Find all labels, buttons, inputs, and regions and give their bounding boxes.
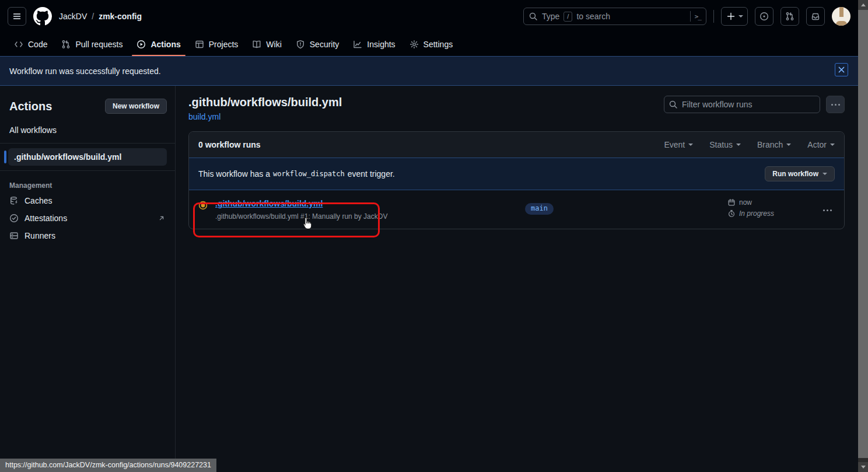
tab-label: Projects (209, 40, 239, 49)
branch-badge[interactable]: main (525, 203, 554, 215)
search-icon (528, 12, 538, 21)
triangle-up-icon (861, 4, 866, 6)
sidebar-divider (0, 170, 175, 171)
filter-row (664, 96, 845, 113)
filter-branch-dropdown[interactable]: Branch (757, 140, 791, 149)
code-icon (14, 40, 23, 49)
issues-button[interactable] (755, 7, 774, 26)
breadcrumb-separator: / (92, 12, 94, 21)
slash-key-hint: / (564, 12, 572, 22)
notice-prefix: This workflow has a (198, 169, 270, 179)
run-title-link[interactable]: .github/workflows/build.yml (215, 199, 387, 208)
pull-requests-button[interactable] (780, 7, 799, 26)
global-search-input[interactable]: Type / to search >_ (523, 8, 706, 25)
notice-suffix: event trigger. (348, 169, 395, 179)
hamburger-menu-button[interactable] (8, 7, 26, 26)
notifications-button[interactable] (806, 7, 825, 26)
chevron-down-icon (688, 144, 693, 146)
book-icon (252, 40, 261, 49)
chevron-down-icon (786, 144, 791, 146)
tab-label: Settings (424, 40, 453, 49)
workflow-dispatch-notice: This workflow has a workflow_dispatch ev… (189, 158, 844, 190)
hamburger-icon (12, 12, 22, 21)
sidebar-item-label: Attestations (24, 214, 152, 223)
run-workflow-button[interactable]: Run workflow (765, 166, 835, 181)
repo-nav: Code Pull requests Actions Projects Wiki… (0, 33, 858, 56)
runs-header: 0 workflow runs Event Status Branch Acto… (189, 132, 844, 158)
play-circle-icon (136, 40, 146, 49)
success-banner: Workflow run was successfully requested. (0, 56, 858, 86)
issue-opened-icon (760, 12, 769, 21)
run-status: In progress (739, 209, 774, 218)
chevron-down-icon (822, 173, 827, 175)
shield-icon (296, 40, 305, 49)
server-icon (9, 231, 19, 240)
tab-settings[interactable]: Settings (405, 33, 458, 56)
sidebar-item-label: Caches (24, 196, 166, 205)
projects-icon (195, 40, 204, 49)
run-meta: now In progress (727, 198, 774, 218)
sidebar-item-runners[interactable]: Runners (0, 227, 175, 244)
sidebar-divider (0, 143, 175, 144)
kebab-icon (835, 104, 836, 106)
run-time: now (739, 198, 752, 207)
tab-label: Security (310, 40, 340, 49)
workflow-run-row[interactable]: .github/workflows/build.yml .github/work… (189, 190, 844, 229)
scroll-up-button[interactable] (858, 0, 868, 10)
command-palette-icon[interactable]: >_ (695, 13, 701, 20)
tab-insights[interactable]: Insights (348, 33, 400, 56)
search-placeholder-pre: Type (542, 12, 559, 21)
banner-message: Workflow run was successfully requested. (9, 67, 161, 76)
filter-label: Branch (757, 140, 783, 149)
link-preview-statusbar: https://github.com/JackDV/zmk-config/act… (0, 459, 216, 472)
filter-event-dropdown[interactable]: Event (664, 140, 693, 149)
management-label: Management (0, 176, 175, 192)
user-avatar[interactable] (832, 7, 850, 26)
sidebar-item-label: Runners (24, 231, 166, 240)
sidebar-item-all-workflows[interactable]: All workflows (5, 122, 170, 138)
search-divider (690, 11, 691, 22)
create-new-button[interactable] (721, 7, 748, 26)
tab-wiki[interactable]: Wiki (247, 33, 286, 56)
tab-code[interactable]: Code (9, 33, 52, 56)
main-panel: .github/workflows/build.yml build.yml 0 … (176, 86, 858, 472)
sidebar-item-caches[interactable]: Caches (0, 192, 175, 209)
workflow-options-button[interactable] (826, 96, 845, 113)
tab-security[interactable]: Security (291, 33, 344, 56)
graph-icon (353, 40, 362, 49)
stopwatch-icon (727, 209, 736, 218)
github-logo-icon[interactable] (33, 7, 52, 26)
chevron-down-icon (830, 144, 835, 146)
sidebar-selected-wrap: .github/workflows/build.yml (0, 148, 175, 166)
sidebar-item-attestations[interactable]: Attestations (0, 209, 175, 227)
tab-label: Wiki (266, 40, 281, 49)
run-options-button[interactable] (820, 204, 835, 216)
filter-workflow-runs-input[interactable] (664, 96, 820, 113)
global-header: JackDV / zmk-config Type / to search >_ (0, 0, 858, 33)
inbox-icon (811, 12, 820, 21)
new-workflow-button[interactable]: New workflow (105, 99, 167, 114)
chevron-down-icon (738, 15, 743, 18)
run-info: .github/workflows/build.yml .github/work… (198, 199, 387, 221)
filter-wrap (664, 96, 820, 113)
scrollbar-thumb[interactable] (858, 10, 868, 458)
tab-projects[interactable]: Projects (190, 33, 243, 56)
run-description: .github/workflows/build.yml #1: Manually… (215, 212, 387, 221)
workflow-file-link[interactable]: build.yml (188, 112, 220, 121)
breadcrumb-owner[interactable]: JackDV (59, 12, 87, 21)
tab-actions[interactable]: Actions (132, 33, 185, 56)
arrow-up-right-icon (158, 214, 166, 222)
tab-pull-requests[interactable]: Pull requests (57, 33, 127, 56)
filter-actor-dropdown[interactable]: Actor (807, 140, 835, 149)
run-count-label: 0 workflow runs (198, 140, 261, 149)
sidebar-item-build-yml[interactable]: .github/workflows/build.yml (8, 148, 167, 166)
scroll-down-button[interactable] (858, 462, 868, 472)
sidebar-title: Actions (9, 100, 52, 113)
banner-close-button[interactable] (835, 63, 848, 76)
filter-label: Status (709, 140, 733, 149)
page-scrollbar[interactable] (858, 0, 868, 472)
breadcrumb-repo[interactable]: zmk-config (99, 12, 142, 21)
filter-status-dropdown[interactable]: Status (709, 140, 741, 149)
close-icon (838, 67, 845, 73)
triangle-down-icon (861, 466, 866, 468)
